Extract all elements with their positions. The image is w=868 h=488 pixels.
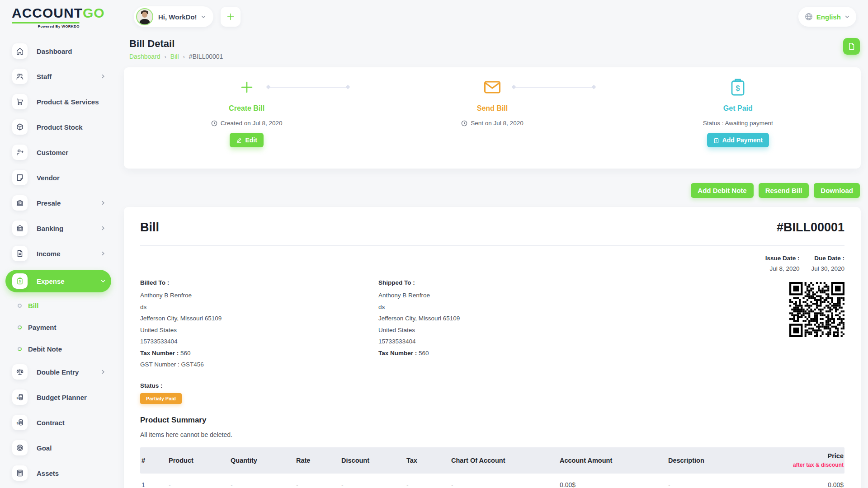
bill-status-block: Status : Partialy Paid [140,382,844,404]
brand-logo[interactable]: ACCOUNTGO Powered By WORKDO [0,6,117,28]
billed-to-label: Billed To : [140,279,378,286]
resend-bill-button[interactable]: Resend Bill [759,183,809,198]
cell-tax: - [405,477,450,488]
chevron-down-icon [100,278,106,284]
billed-to-city: Jefferson City, Missouri 65109 [140,314,378,323]
col-description: Description [667,452,775,469]
step-connector [269,87,348,88]
user-menu[interactable]: Hi, WorkDo! [134,6,213,27]
cell-quantity: - [229,477,295,488]
sidebar-item-label: Income [37,250,61,258]
sidebar-item-contract[interactable]: Contract [5,413,111,432]
coins-icon [12,389,28,405]
sidebar-item-assets[interactable]: Assets [5,464,111,482]
clipboard-dollar-icon [12,273,28,289]
sidebar-item-product-services[interactable]: Product & Services [5,93,111,111]
step-status: Status : Awaiting payment [703,120,773,127]
bullet-icon [18,325,22,329]
sidebar-item-product-stock[interactable]: Product Stock [5,118,111,136]
sidebar-item-income[interactable]: Income [5,244,111,263]
download-button[interactable]: Download [814,183,860,198]
bill-detail-card: Bill #BILL00001 Issue Date : Jul 8, 2020… [124,207,861,488]
main-area: Hi, WorkDo! English Bill Detail Dashboar… [117,0,868,488]
shipped-to-block: Shipped To : Anthony B Renfroe ds Jeffer… [378,279,781,372]
product-summary-note: All items here cannot be deleted. [140,431,844,438]
chevron-right-icon [100,369,106,375]
shipped-to-city: Jefferson City, Missouri 65109 [378,314,781,323]
sidebar-subitem-debit-note[interactable]: Debit Note [5,341,111,357]
globe-icon [805,13,813,21]
cell-account-amount: 0.00$ [558,477,667,488]
language-label: English [816,13,841,21]
page-title: Bill Detail [129,38,223,50]
product-table: # Product Quantity Rate Discount Tax Cha… [140,447,844,488]
sidebar-item-double-entry[interactable]: Double Entry [5,363,111,381]
issue-date-value: Jul 8, 2020 [765,265,800,272]
add-payment-button[interactable]: Add Payment [707,133,769,147]
users-icon [12,69,28,84]
note-icon [12,170,28,185]
add-payment-label: Add Payment [722,136,763,144]
breadcrumb: Dashboard › Bill › #BILL00001 [129,53,223,60]
bill-addresses: Billed To : Anthony B Renfroe ds Jeffers… [140,279,844,372]
add-debit-note-button[interactable]: Add Debit Note [691,183,753,198]
sidebar-item-vendor[interactable]: Vendor [5,169,111,187]
sidebar-subitem-payment[interactable]: Payment [5,319,111,335]
sidebar-subitem-label: Debit Note [28,345,62,353]
col-chart-of-account: Chart Of Account [450,452,558,469]
col-index: # [140,452,167,469]
breadcrumb-separator: › [165,53,166,60]
user-greeting: Hi, WorkDo! [158,13,197,21]
bill-preview-button[interactable] [843,38,860,55]
sidebar-item-banking[interactable]: Banking [5,219,111,237]
sidebar-subitem-bill[interactable]: Bill [5,298,111,313]
status-label: Status : [140,382,844,389]
chevron-down-icon [201,14,206,19]
calculator-icon [12,465,28,481]
due-date-value: Jul 30, 2020 [811,265,844,272]
quick-add-button[interactable] [221,7,241,27]
billed-to-country: United States [140,326,378,334]
pencil-icon [236,137,242,143]
sidebar-item-label: Product & Services [37,98,99,106]
sidebar: ACCOUNTGO Powered By WORKDO Dashboard St… [0,0,117,488]
mail-icon [484,78,501,96]
brand-name-account: ACCOUNT [12,5,83,20]
breadcrumb-bill-link[interactable]: Bill [170,53,179,60]
step-get-paid: Get Paid Status : Awaiting payment Add P… [615,78,861,169]
sidebar-item-staff[interactable]: Staff [5,67,111,85]
cart-icon [12,94,28,109]
step-status: Sent on Jul 8, 2020 [461,120,523,127]
sidebar-item-customer[interactable]: Customer [5,143,111,161]
sidebar-item-dashboard[interactable]: Dashboard [5,42,111,60]
language-selector[interactable]: English [798,7,856,27]
app-root: ACCOUNTGO Powered By WORKDO Dashboard St… [0,0,868,488]
brand-name-go: GO [83,5,105,20]
divider [140,245,844,246]
breadcrumb-separator: › [183,53,185,60]
product-summary-title: Product Summary [140,416,844,425]
cell-description: - [667,477,775,488]
breadcrumb-dashboard-link[interactable]: Dashboard [129,53,160,60]
step-title: Send Bill [477,104,508,113]
sidebar-item-label: Assets [37,469,59,477]
sidebar-item-goal[interactable]: Goal [5,439,111,457]
clipboard-icon [713,137,719,143]
chevron-right-icon [100,74,106,79]
page-header: Bill Detail Dashboard › Bill › #BILL0000… [124,38,861,60]
sidebar-item-label: Vendor [37,174,60,182]
sidebar-item-presale[interactable]: Presale [5,194,111,212]
breadcrumb-current: #BILL00001 [189,53,223,60]
brand-underline [12,22,80,23]
brand-name: ACCOUNTGO [12,6,117,20]
sidebar-item-expense[interactable]: Expense [5,270,111,292]
bill-card-title: Bill [140,221,159,235]
col-discount: Discount [340,452,405,469]
sidebar-item-budget-planner[interactable]: Budget Planner [5,388,111,406]
edit-bill-button[interactable]: Edit [230,133,263,147]
sidebar-subitem-label: Payment [28,324,57,331]
sidebar-item-label: Budget Planner [37,394,87,401]
sidebar-item-label: Customer [37,149,68,156]
step-status: Created on Jul 8, 2020 [211,120,283,127]
clipboard-dollar-icon [731,78,745,96]
